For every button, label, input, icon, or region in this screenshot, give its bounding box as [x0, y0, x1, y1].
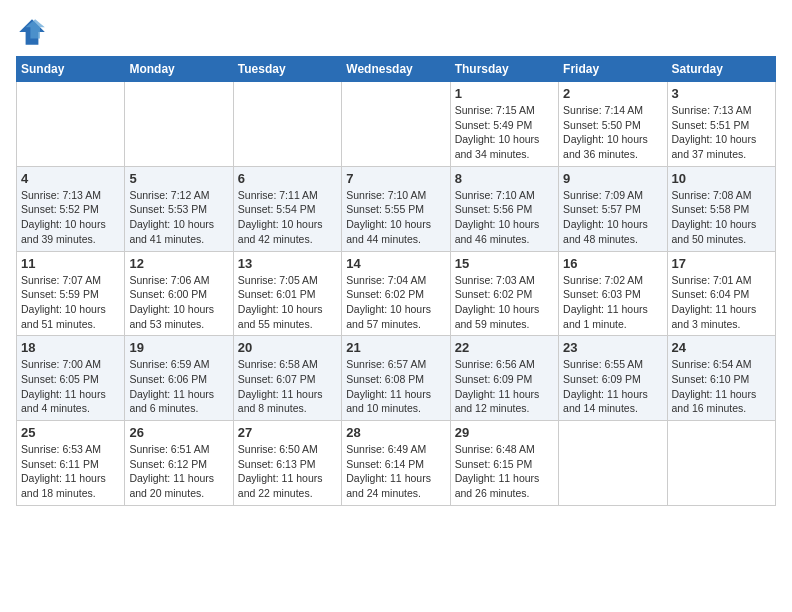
calendar-day-cell: 12Sunrise: 7:06 AMSunset: 6:00 PMDayligh…	[125, 251, 233, 336]
day-number: 20	[238, 340, 337, 355]
day-info: Sunrise: 7:10 AMSunset: 5:55 PMDaylight:…	[346, 188, 445, 247]
calendar-week-row: 25Sunrise: 6:53 AMSunset: 6:11 PMDayligh…	[17, 421, 776, 506]
calendar-week-row: 18Sunrise: 7:00 AMSunset: 6:05 PMDayligh…	[17, 336, 776, 421]
day-number: 15	[455, 256, 554, 271]
day-number: 12	[129, 256, 228, 271]
day-info: Sunrise: 7:09 AMSunset: 5:57 PMDaylight:…	[563, 188, 662, 247]
logo-icon	[16, 16, 48, 48]
day-number: 10	[672, 171, 771, 186]
day-info: Sunrise: 7:13 AMSunset: 5:52 PMDaylight:…	[21, 188, 120, 247]
calendar-day-cell: 5Sunrise: 7:12 AMSunset: 5:53 PMDaylight…	[125, 166, 233, 251]
calendar-day-cell: 6Sunrise: 7:11 AMSunset: 5:54 PMDaylight…	[233, 166, 341, 251]
day-header-monday: Monday	[125, 57, 233, 82]
day-info: Sunrise: 6:49 AMSunset: 6:14 PMDaylight:…	[346, 442, 445, 501]
day-number: 24	[672, 340, 771, 355]
day-info: Sunrise: 7:01 AMSunset: 6:04 PMDaylight:…	[672, 273, 771, 332]
day-info: Sunrise: 7:13 AMSunset: 5:51 PMDaylight:…	[672, 103, 771, 162]
day-number: 17	[672, 256, 771, 271]
calendar-week-row: 11Sunrise: 7:07 AMSunset: 5:59 PMDayligh…	[17, 251, 776, 336]
day-number: 2	[563, 86, 662, 101]
calendar-day-cell	[17, 82, 125, 167]
day-info: Sunrise: 6:59 AMSunset: 6:06 PMDaylight:…	[129, 357, 228, 416]
calendar-header-row: SundayMondayTuesdayWednesdayThursdayFrid…	[17, 57, 776, 82]
day-info: Sunrise: 6:48 AMSunset: 6:15 PMDaylight:…	[455, 442, 554, 501]
calendar-table: SundayMondayTuesdayWednesdayThursdayFrid…	[16, 56, 776, 506]
calendar-day-cell: 24Sunrise: 6:54 AMSunset: 6:10 PMDayligh…	[667, 336, 775, 421]
day-info: Sunrise: 6:56 AMSunset: 6:09 PMDaylight:…	[455, 357, 554, 416]
day-number: 5	[129, 171, 228, 186]
day-number: 28	[346, 425, 445, 440]
calendar-day-cell	[233, 82, 341, 167]
day-number: 13	[238, 256, 337, 271]
day-number: 3	[672, 86, 771, 101]
calendar-week-row: 4Sunrise: 7:13 AMSunset: 5:52 PMDaylight…	[17, 166, 776, 251]
day-info: Sunrise: 7:00 AMSunset: 6:05 PMDaylight:…	[21, 357, 120, 416]
day-number: 26	[129, 425, 228, 440]
page-header	[16, 16, 776, 48]
calendar-day-cell: 25Sunrise: 6:53 AMSunset: 6:11 PMDayligh…	[17, 421, 125, 506]
day-info: Sunrise: 7:04 AMSunset: 6:02 PMDaylight:…	[346, 273, 445, 332]
calendar-day-cell: 9Sunrise: 7:09 AMSunset: 5:57 PMDaylight…	[559, 166, 667, 251]
calendar-day-cell: 15Sunrise: 7:03 AMSunset: 6:02 PMDayligh…	[450, 251, 558, 336]
day-header-wednesday: Wednesday	[342, 57, 450, 82]
calendar-day-cell: 20Sunrise: 6:58 AMSunset: 6:07 PMDayligh…	[233, 336, 341, 421]
calendar-day-cell	[559, 421, 667, 506]
day-number: 7	[346, 171, 445, 186]
day-number: 27	[238, 425, 337, 440]
day-number: 18	[21, 340, 120, 355]
day-info: Sunrise: 6:53 AMSunset: 6:11 PMDaylight:…	[21, 442, 120, 501]
day-header-thursday: Thursday	[450, 57, 558, 82]
day-number: 4	[21, 171, 120, 186]
day-info: Sunrise: 7:03 AMSunset: 6:02 PMDaylight:…	[455, 273, 554, 332]
day-info: Sunrise: 6:54 AMSunset: 6:10 PMDaylight:…	[672, 357, 771, 416]
day-info: Sunrise: 6:51 AMSunset: 6:12 PMDaylight:…	[129, 442, 228, 501]
calendar-day-cell: 3Sunrise: 7:13 AMSunset: 5:51 PMDaylight…	[667, 82, 775, 167]
day-header-tuesday: Tuesday	[233, 57, 341, 82]
calendar-day-cell: 27Sunrise: 6:50 AMSunset: 6:13 PMDayligh…	[233, 421, 341, 506]
day-number: 9	[563, 171, 662, 186]
day-number: 25	[21, 425, 120, 440]
day-number: 11	[21, 256, 120, 271]
calendar-week-row: 1Sunrise: 7:15 AMSunset: 5:49 PMDaylight…	[17, 82, 776, 167]
calendar-day-cell: 17Sunrise: 7:01 AMSunset: 6:04 PMDayligh…	[667, 251, 775, 336]
calendar-day-cell: 10Sunrise: 7:08 AMSunset: 5:58 PMDayligh…	[667, 166, 775, 251]
calendar-day-cell: 16Sunrise: 7:02 AMSunset: 6:03 PMDayligh…	[559, 251, 667, 336]
calendar-day-cell: 29Sunrise: 6:48 AMSunset: 6:15 PMDayligh…	[450, 421, 558, 506]
calendar-day-cell: 18Sunrise: 7:00 AMSunset: 6:05 PMDayligh…	[17, 336, 125, 421]
day-header-saturday: Saturday	[667, 57, 775, 82]
calendar-day-cell	[667, 421, 775, 506]
day-number: 21	[346, 340, 445, 355]
calendar-day-cell: 13Sunrise: 7:05 AMSunset: 6:01 PMDayligh…	[233, 251, 341, 336]
day-info: Sunrise: 6:50 AMSunset: 6:13 PMDaylight:…	[238, 442, 337, 501]
calendar-day-cell: 4Sunrise: 7:13 AMSunset: 5:52 PMDaylight…	[17, 166, 125, 251]
day-info: Sunrise: 6:58 AMSunset: 6:07 PMDaylight:…	[238, 357, 337, 416]
calendar-day-cell: 8Sunrise: 7:10 AMSunset: 5:56 PMDaylight…	[450, 166, 558, 251]
day-info: Sunrise: 7:02 AMSunset: 6:03 PMDaylight:…	[563, 273, 662, 332]
day-info: Sunrise: 7:12 AMSunset: 5:53 PMDaylight:…	[129, 188, 228, 247]
calendar-day-cell: 1Sunrise: 7:15 AMSunset: 5:49 PMDaylight…	[450, 82, 558, 167]
day-info: Sunrise: 7:10 AMSunset: 5:56 PMDaylight:…	[455, 188, 554, 247]
day-info: Sunrise: 6:55 AMSunset: 6:09 PMDaylight:…	[563, 357, 662, 416]
calendar-day-cell: 19Sunrise: 6:59 AMSunset: 6:06 PMDayligh…	[125, 336, 233, 421]
calendar-day-cell: 23Sunrise: 6:55 AMSunset: 6:09 PMDayligh…	[559, 336, 667, 421]
logo	[16, 16, 52, 48]
day-number: 23	[563, 340, 662, 355]
day-info: Sunrise: 7:05 AMSunset: 6:01 PMDaylight:…	[238, 273, 337, 332]
day-number: 22	[455, 340, 554, 355]
calendar-day-cell: 28Sunrise: 6:49 AMSunset: 6:14 PMDayligh…	[342, 421, 450, 506]
day-info: Sunrise: 7:15 AMSunset: 5:49 PMDaylight:…	[455, 103, 554, 162]
calendar-day-cell: 22Sunrise: 6:56 AMSunset: 6:09 PMDayligh…	[450, 336, 558, 421]
day-info: Sunrise: 7:06 AMSunset: 6:00 PMDaylight:…	[129, 273, 228, 332]
day-number: 1	[455, 86, 554, 101]
calendar-day-cell	[125, 82, 233, 167]
day-header-friday: Friday	[559, 57, 667, 82]
day-info: Sunrise: 7:08 AMSunset: 5:58 PMDaylight:…	[672, 188, 771, 247]
day-number: 14	[346, 256, 445, 271]
day-info: Sunrise: 7:11 AMSunset: 5:54 PMDaylight:…	[238, 188, 337, 247]
calendar-day-cell	[342, 82, 450, 167]
day-number: 29	[455, 425, 554, 440]
day-info: Sunrise: 7:07 AMSunset: 5:59 PMDaylight:…	[21, 273, 120, 332]
day-info: Sunrise: 7:14 AMSunset: 5:50 PMDaylight:…	[563, 103, 662, 162]
day-number: 6	[238, 171, 337, 186]
calendar-day-cell: 2Sunrise: 7:14 AMSunset: 5:50 PMDaylight…	[559, 82, 667, 167]
